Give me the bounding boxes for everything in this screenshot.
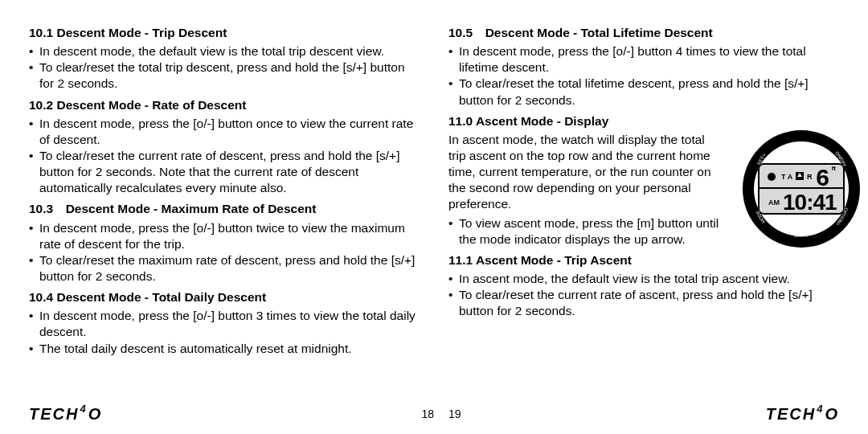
watch-illustration: ALTISKI LIGHT SET/+ ON/OFF MODE OPTION/-…: [741, 129, 862, 249]
bullet-item: To clear/reset the total lifetime descen…: [448, 76, 839, 108]
bullet-item: To clear/reset the current rate of ascen…: [448, 287, 839, 319]
bullet-item: In descent mode, the default view is the…: [29, 43, 420, 59]
section-heading: 10.2 Descent Mode - Rate of Descent: [29, 97, 420, 113]
bullet-item: In descent mode, press the [o/-] button …: [448, 43, 839, 76]
bullet-item: The total daily descent is automatically…: [29, 341, 420, 357]
bullet-list: In descent mode, press the [o/-] button …: [29, 308, 420, 356]
display-time: 10:41: [783, 190, 837, 215]
brand-a: TECH: [766, 403, 816, 424]
svg-text:T A: T A: [781, 173, 793, 181]
brand-logo: TECH4O: [766, 403, 839, 424]
bullet-item: In descent mode, press the [o/-] button …: [29, 116, 420, 148]
footer-left: TECH4O 18: [29, 403, 434, 424]
bullet-list: In descent mode, press the [o/-] button …: [29, 220, 420, 285]
section-heading: 10.1 Descent Mode - Trip Descent: [29, 25, 420, 41]
bezel-top: ALTISKI: [792, 143, 810, 148]
footer-right: 19 TECH4O: [448, 403, 839, 424]
bullet-item: In ascent mode, the default view is the …: [448, 271, 839, 287]
left-sections: 10.1 Descent Mode - Trip DescentIn desce…: [29, 25, 420, 357]
brand-a: TECH: [29, 403, 79, 424]
bullet-item: To clear/reset the current rate of desce…: [29, 148, 420, 196]
bullet-item: To view ascent mode, press the [m] butto…: [448, 215, 722, 248]
bullet-list: To view ascent mode, press the [m] butto…: [448, 215, 722, 248]
page-number-left: 18: [421, 407, 434, 421]
bullet-list: In descent mode, press the [o/-] button …: [448, 43, 839, 108]
svg-point-4: [768, 173, 776, 181]
section-heading: 11.0 Ascent Mode - Display: [448, 113, 839, 129]
page-left: 10.1 Descent Mode - Trip DescentIn desce…: [0, 0, 434, 434]
display-big: 6: [816, 164, 829, 190]
bullet-item: To clear/reset the maximum rate of desce…: [29, 252, 420, 285]
bullet-item: To clear/reset the total trip descent, p…: [29, 59, 420, 92]
bezel-bottom: LIGHT: [794, 233, 809, 238]
bullet-list: In ascent mode, the default view is the …: [448, 271, 839, 319]
bullet-item: In descent mode, press the [o/-] button …: [29, 308, 420, 340]
page-number-right: 19: [448, 407, 461, 421]
brand-logo: TECH4O: [29, 403, 102, 424]
display-am: AM: [768, 199, 780, 207]
display-unit: ft: [832, 165, 837, 172]
section-heading: 10.5 Descent Mode - Total Lifetime Desce…: [448, 25, 839, 41]
bullet-list: In descent mode, the default view is the…: [29, 43, 420, 92]
brand-b: 4: [80, 403, 87, 416]
page-right: 10.5 Descent Mode - Total Lifetime Desce…: [434, 0, 868, 434]
section-heading: 10.4 Descent Mode - Total Daily Descent: [29, 289, 420, 305]
brand-c: O: [825, 403, 839, 424]
svg-text:R: R: [807, 173, 813, 181]
bullet-item: In descent mode, press the [o/-] button …: [29, 220, 420, 252]
section-intro: In ascent mode, the watch will display t…: [448, 132, 722, 213]
section-heading: 11.1 Ascent Mode - Trip Ascent: [448, 252, 839, 268]
brand-b: 4: [817, 403, 824, 416]
brand-c: O: [88, 403, 103, 424]
bullet-list: In descent mode, press the [o/-] button …: [29, 116, 420, 197]
section-heading: 10.3 Descent Mode - Maximum Rate of Desc…: [29, 201, 420, 217]
